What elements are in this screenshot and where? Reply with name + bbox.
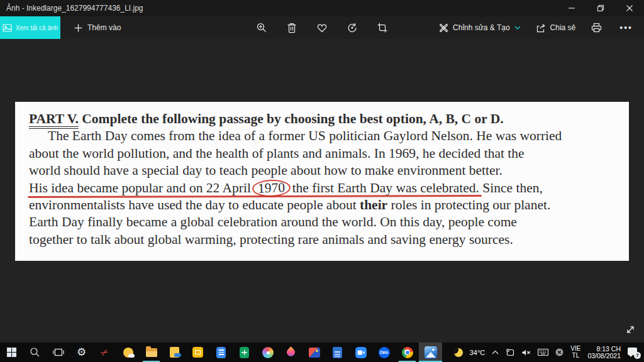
see-more-button[interactable]: ••• (614, 23, 638, 33)
sheets-icon (240, 347, 249, 358)
file-explorer-button[interactable] (140, 343, 163, 362)
crop-button[interactable] (374, 19, 391, 36)
tablet-icon (506, 348, 514, 356)
keyboard-icon (538, 349, 548, 356)
passage-line: world should have a special day to teach… (29, 162, 618, 179)
share-button[interactable]: Chia sẻ (533, 16, 579, 39)
paint-app-button[interactable] (256, 343, 279, 362)
heading-part-label: PART V. (29, 111, 79, 129)
photos-toolbar: Xem tất cả ảnh Thêm vào (0, 16, 644, 39)
windows-logo-icon (7, 348, 17, 358)
tablet-mode-button[interactable] (506, 348, 514, 356)
minimize-button[interactable] (557, 0, 586, 16)
chrome-button[interactable] (396, 343, 419, 362)
title-bar: Ảnh - Inkedlarge_1627994777436_LI.jpg (0, 0, 644, 16)
calculator-icon (333, 347, 342, 358)
print-button[interactable] (588, 19, 604, 36)
google-slides-button[interactable] (186, 343, 209, 362)
moon-icon (454, 348, 463, 357)
zalo-app-button[interactable]: Zalo (372, 343, 396, 362)
camera-glyph (357, 350, 365, 355)
photo-document: PART V. Complete the following passage b… (15, 102, 629, 261)
passage-line: together to talk about global warming, p… (29, 231, 618, 248)
add-to-button[interactable]: Thêm vào (69, 16, 126, 39)
slides-icon (192, 347, 203, 358)
temperature-label: 34°C (470, 349, 486, 356)
night-mode-indicator[interactable] (454, 348, 463, 357)
weather-sun-icon (123, 348, 133, 358)
settings-button[interactable]: ⚙ (70, 343, 93, 362)
language-line2: TL (572, 353, 580, 359)
taskbar: ⚙ ✂ Zalo (0, 343, 644, 362)
calculator-button[interactable] (326, 343, 349, 362)
photos-app-button[interactable] (419, 343, 442, 362)
delete-button[interactable] (284, 19, 300, 36)
photos-app-icon (425, 346, 437, 359)
passage-line: The Earth Day comes from the idea of a f… (29, 128, 618, 145)
notification-center-button[interactable]: 7 (628, 347, 640, 358)
language-indicator[interactable]: VIE TL (570, 346, 580, 359)
touch-keyboard-button[interactable] (538, 349, 548, 356)
search-icon (30, 347, 40, 358)
restore-button[interactable] (586, 0, 615, 16)
rotate-icon (347, 22, 358, 33)
passage-heading: PART V. Complete the following passage b… (29, 111, 618, 128)
notification-badge: 7 (634, 352, 641, 359)
video-camera-icon (355, 347, 367, 358)
folder-icon (146, 348, 157, 357)
zoom-button[interactable] (253, 19, 270, 36)
volume-button[interactable] (521, 349, 531, 356)
clock[interactable]: 8:13 CH 03/08/2021 (587, 346, 621, 359)
zoom-in-icon (256, 22, 267, 33)
onedrive-folder-button[interactable] (163, 343, 186, 362)
toolbar-center-icons (253, 19, 391, 36)
add-to-label: Thêm vào (87, 23, 121, 32)
share-icon (536, 23, 546, 33)
favorite-button[interactable] (314, 19, 330, 36)
weather-app-button[interactable] (116, 343, 140, 362)
close-button[interactable] (615, 0, 644, 16)
task-view-icon (53, 348, 64, 357)
view-all-photos-button[interactable]: Xem tất cả ảnh (0, 16, 60, 39)
document-cloud-icon (170, 347, 179, 358)
paint-drop-app-button[interactable] (279, 343, 303, 362)
taskbar-search-button[interactable] (23, 343, 47, 362)
time-label: 8:13 CH (596, 346, 621, 353)
expand-button[interactable] (623, 322, 638, 337)
window-title: Ảnh - Inkedlarge_1627994777436_LI.jpg (0, 4, 143, 13)
close-icon (626, 4, 633, 12)
snipping-tool-button[interactable]: ✂ (93, 343, 116, 362)
rotate-button[interactable] (344, 19, 360, 36)
google-sheets-button[interactable] (233, 343, 256, 362)
passage-line: about the world pollution, and the healt… (29, 145, 618, 162)
start-button[interactable] (0, 343, 23, 362)
passage-text: roles in protecting our planet. (387, 197, 550, 212)
google-docs-button[interactable] (209, 343, 233, 362)
edit-create-icon (439, 23, 448, 33)
temperature-indicator[interactable]: 34°C (470, 349, 486, 356)
chrome-icon (402, 347, 413, 358)
edit-create-label: Chỉnh sửa & Tạo (453, 23, 510, 32)
zalo-icon: Zalo (379, 347, 390, 358)
system-tray: 34°C (454, 346, 644, 359)
restore-icon (597, 4, 604, 12)
passage-text: environmentalists have used the day to e… (29, 197, 360, 212)
passage-line-annotated: His idea became popular and on 22 April … (29, 180, 618, 197)
passage-text: His idea became popular and on 22 April (29, 180, 254, 195)
volume-muted-icon (521, 349, 531, 356)
edit-create-button[interactable]: Chỉnh sửa & Tạo (436, 16, 523, 39)
passage-text: Since then, (479, 180, 543, 195)
toolbar-right-group: Chỉnh sửa & Tạo Chia sẻ ••• (436, 16, 644, 39)
zoom-app-button[interactable] (349, 343, 372, 362)
network-status-button[interactable] (555, 348, 564, 356)
crop-icon (377, 22, 388, 33)
gear-icon: ⚙ (77, 347, 86, 358)
passage-text: the first Earth Day was celebrated. (289, 180, 479, 195)
gallery-app-button[interactable] (303, 343, 326, 362)
heart-icon (316, 23, 328, 33)
task-view-button[interactable] (47, 343, 70, 362)
network-offline-icon (555, 348, 564, 356)
gallery-image-icon (309, 348, 320, 358)
minimize-icon (568, 4, 575, 12)
tray-overflow-button[interactable] (492, 350, 499, 354)
